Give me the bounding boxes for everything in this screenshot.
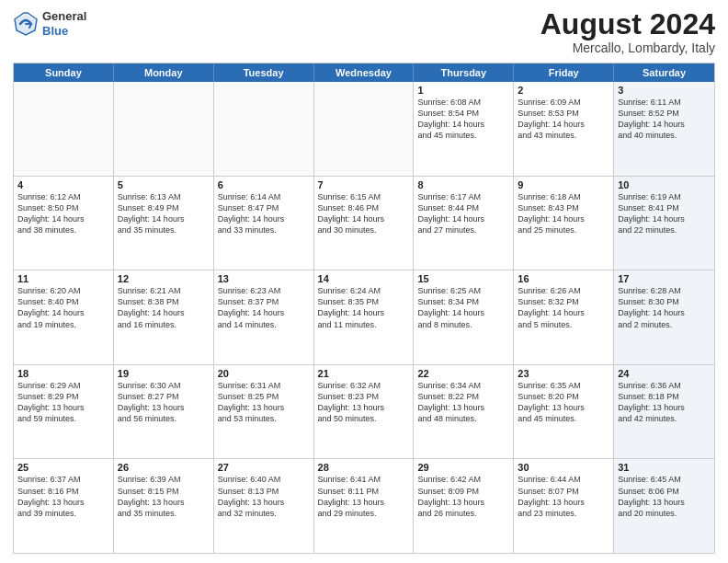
day-number: 10 [618, 179, 711, 190]
day-number: 21 [318, 368, 410, 379]
day-number: 5 [118, 179, 210, 190]
cal-cell-8: 8Sunrise: 6:17 AM Sunset: 8:44 PM Daylig… [414, 177, 514, 270]
calendar-header: SundayMondayTuesdayWednesdayThursdayFrid… [14, 63, 714, 82]
day-number: 27 [218, 462, 310, 473]
title-block: August 2024 Mercallo, Lombardy, Italy [540, 9, 715, 55]
calendar: SundayMondayTuesdayWednesdayThursdayFrid… [13, 63, 715, 554]
day-number: 14 [318, 273, 410, 284]
day-number: 2 [518, 85, 609, 96]
calendar-body: 1Sunrise: 6:08 AM Sunset: 8:54 PM Daylig… [14, 82, 714, 553]
logo-icon [13, 11, 39, 37]
cal-cell-20: 20Sunrise: 6:31 AM Sunset: 8:25 PM Dayli… [214, 365, 314, 459]
cal-cell-5: 5Sunrise: 6:13 AM Sunset: 8:49 PM Daylig… [114, 177, 214, 270]
day-info: Sunrise: 6:24 AM Sunset: 8:35 PM Dayligh… [318, 285, 410, 330]
cal-header-friday: Friday [514, 63, 614, 82]
day-number: 23 [518, 368, 609, 379]
day-number: 18 [17, 368, 109, 379]
logo-text: General Blue [42, 9, 86, 38]
day-number: 3 [618, 85, 711, 96]
cal-cell-24: 24Sunrise: 6:36 AM Sunset: 8:18 PM Dayli… [614, 365, 714, 459]
day-info: Sunrise: 6:42 AM Sunset: 8:09 PM Dayligh… [417, 474, 509, 519]
day-number: 13 [218, 273, 310, 284]
title-location: Mercallo, Lombardy, Italy [540, 40, 715, 55]
day-info: Sunrise: 6:39 AM Sunset: 8:15 PM Dayligh… [118, 474, 210, 519]
cal-cell-28: 28Sunrise: 6:41 AM Sunset: 8:11 PM Dayli… [314, 459, 415, 553]
day-number: 1 [417, 85, 509, 96]
day-number: 8 [417, 179, 509, 190]
cal-week-4: 25Sunrise: 6:37 AM Sunset: 8:16 PM Dayli… [14, 458, 714, 553]
day-number: 29 [417, 462, 509, 473]
cal-cell-10: 10Sunrise: 6:19 AM Sunset: 8:41 PM Dayli… [614, 177, 714, 270]
cal-cell-27: 27Sunrise: 6:40 AM Sunset: 8:13 PM Dayli… [214, 459, 314, 553]
day-info: Sunrise: 6:20 AM Sunset: 8:40 PM Dayligh… [17, 285, 109, 330]
day-info: Sunrise: 6:18 AM Sunset: 8:43 PM Dayligh… [518, 191, 609, 236]
cal-week-2: 11Sunrise: 6:20 AM Sunset: 8:40 PM Dayli… [14, 270, 714, 364]
header: General Blue August 2024 Mercallo, Lomba… [13, 9, 715, 55]
day-info: Sunrise: 6:08 AM Sunset: 8:54 PM Dayligh… [417, 97, 509, 142]
day-number: 16 [518, 273, 609, 284]
day-info: Sunrise: 6:37 AM Sunset: 8:16 PM Dayligh… [17, 474, 109, 519]
day-number: 26 [118, 462, 210, 473]
cal-cell-2: 2Sunrise: 6:09 AM Sunset: 8:53 PM Daylig… [514, 82, 614, 176]
day-number: 22 [417, 368, 509, 379]
day-info: Sunrise: 6:15 AM Sunset: 8:46 PM Dayligh… [318, 191, 410, 236]
day-number: 28 [318, 462, 410, 473]
day-info: Sunrise: 6:28 AM Sunset: 8:30 PM Dayligh… [618, 285, 711, 330]
day-number: 17 [618, 273, 711, 284]
logo-blue: Blue [42, 24, 86, 39]
cal-cell-14: 14Sunrise: 6:24 AM Sunset: 8:35 PM Dayli… [314, 270, 415, 364]
cal-cell-23: 23Sunrise: 6:35 AM Sunset: 8:20 PM Dayli… [514, 365, 614, 459]
cal-cell-30: 30Sunrise: 6:44 AM Sunset: 8:07 PM Dayli… [514, 459, 614, 553]
cal-header-thursday: Thursday [414, 63, 514, 82]
logo-general: General [42, 9, 86, 24]
day-number: 12 [118, 273, 210, 284]
page: General Blue August 2024 Mercallo, Lomba… [0, 0, 728, 563]
day-info: Sunrise: 6:21 AM Sunset: 8:38 PM Dayligh… [118, 285, 210, 330]
cal-cell-7: 7Sunrise: 6:15 AM Sunset: 8:46 PM Daylig… [314, 177, 415, 270]
cal-header-saturday: Saturday [614, 63, 714, 82]
day-info: Sunrise: 6:19 AM Sunset: 8:41 PM Dayligh… [618, 191, 711, 236]
day-info: Sunrise: 6:35 AM Sunset: 8:20 PM Dayligh… [518, 380, 609, 425]
cal-cell-12: 12Sunrise: 6:21 AM Sunset: 8:38 PM Dayli… [114, 270, 214, 364]
day-info: Sunrise: 6:13 AM Sunset: 8:49 PM Dayligh… [118, 191, 210, 236]
day-number: 19 [118, 368, 210, 379]
day-number: 31 [618, 462, 711, 473]
cal-cell-16: 16Sunrise: 6:26 AM Sunset: 8:32 PM Dayli… [514, 270, 614, 364]
cal-cell-22: 22Sunrise: 6:34 AM Sunset: 8:22 PM Dayli… [414, 365, 514, 459]
day-number: 9 [518, 179, 609, 190]
day-info: Sunrise: 6:29 AM Sunset: 8:29 PM Dayligh… [17, 380, 109, 425]
day-info: Sunrise: 6:41 AM Sunset: 8:11 PM Dayligh… [318, 474, 410, 519]
cal-week-1: 4Sunrise: 6:12 AM Sunset: 8:50 PM Daylig… [14, 176, 714, 270]
day-number: 11 [17, 273, 109, 284]
cal-cell-21: 21Sunrise: 6:32 AM Sunset: 8:23 PM Dayli… [314, 365, 415, 459]
cal-cell-13: 13Sunrise: 6:23 AM Sunset: 8:37 PM Dayli… [214, 270, 314, 364]
logo: General Blue [13, 9, 86, 38]
cal-cell-empty [214, 82, 314, 176]
cal-cell-15: 15Sunrise: 6:25 AM Sunset: 8:34 PM Dayli… [414, 270, 514, 364]
cal-header-tuesday: Tuesday [214, 63, 314, 82]
day-number: 4 [17, 179, 109, 190]
cal-cell-9: 9Sunrise: 6:18 AM Sunset: 8:43 PM Daylig… [514, 177, 614, 270]
day-info: Sunrise: 6:12 AM Sunset: 8:50 PM Dayligh… [17, 191, 109, 236]
title-month: August 2024 [540, 9, 715, 39]
day-number: 25 [17, 462, 109, 473]
day-info: Sunrise: 6:25 AM Sunset: 8:34 PM Dayligh… [417, 285, 509, 330]
cal-cell-29: 29Sunrise: 6:42 AM Sunset: 8:09 PM Dayli… [414, 459, 514, 553]
day-info: Sunrise: 6:09 AM Sunset: 8:53 PM Dayligh… [518, 97, 609, 142]
cal-cell-empty [314, 82, 415, 176]
day-info: Sunrise: 6:36 AM Sunset: 8:18 PM Dayligh… [618, 380, 711, 425]
cal-cell-empty [14, 82, 114, 176]
cal-cell-1: 1Sunrise: 6:08 AM Sunset: 8:54 PM Daylig… [414, 82, 514, 176]
cal-cell-26: 26Sunrise: 6:39 AM Sunset: 8:15 PM Dayli… [114, 459, 214, 553]
day-number: 6 [218, 179, 310, 190]
cal-header-wednesday: Wednesday [314, 63, 415, 82]
cal-week-3: 18Sunrise: 6:29 AM Sunset: 8:29 PM Dayli… [14, 364, 714, 459]
day-info: Sunrise: 6:45 AM Sunset: 8:06 PM Dayligh… [618, 474, 711, 519]
cal-header-monday: Monday [114, 63, 214, 82]
cal-cell-empty [114, 82, 214, 176]
day-info: Sunrise: 6:14 AM Sunset: 8:47 PM Dayligh… [218, 191, 310, 236]
day-info: Sunrise: 6:34 AM Sunset: 8:22 PM Dayligh… [417, 380, 509, 425]
cal-cell-6: 6Sunrise: 6:14 AM Sunset: 8:47 PM Daylig… [214, 177, 314, 270]
day-info: Sunrise: 6:44 AM Sunset: 8:07 PM Dayligh… [518, 474, 609, 519]
day-number: 24 [618, 368, 711, 379]
